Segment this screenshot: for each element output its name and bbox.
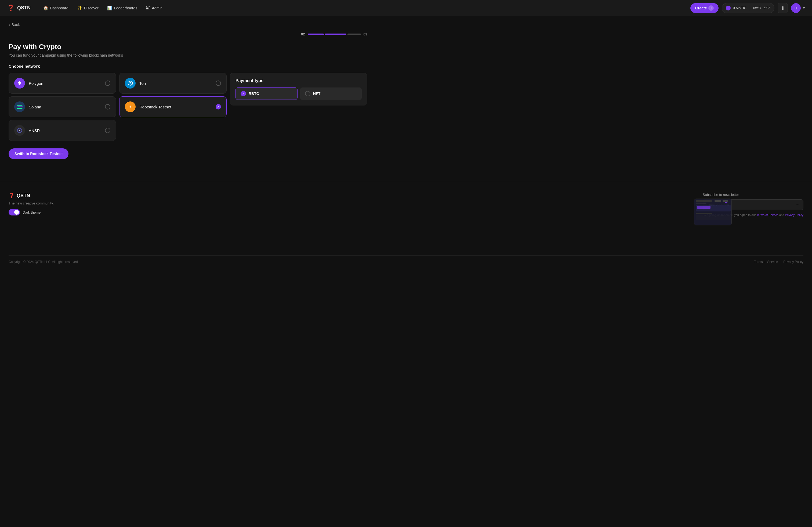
dark-theme-toggle[interactable] (9, 209, 20, 215)
solana-label: Solana (29, 105, 101, 109)
polygon-label: Polygon (29, 81, 101, 86)
svg-rect-10 (696, 200, 712, 202)
ton-label: Ton (139, 81, 212, 86)
polygon-radio[interactable] (105, 80, 110, 86)
payment-options: RBTC NFT (235, 88, 362, 100)
back-arrow-icon: ‹ (9, 22, 10, 27)
rbtc-radio[interactable] (241, 91, 246, 96)
nav-admin-label: Admin (152, 6, 162, 10)
back-label: Back (12, 22, 20, 27)
polygon-icon (14, 78, 25, 89)
svg-rect-0 (17, 105, 23, 106)
dashboard-icon: 🏠 (43, 5, 48, 11)
logo[interactable]: ❓ QSTN (6, 4, 31, 12)
rbtc-label: RBTC (249, 91, 259, 96)
privacy-link[interactable]: Privacy Policy (785, 213, 803, 216)
progress-seg-1 (308, 33, 324, 35)
svg-text:A: A (19, 130, 20, 132)
and-text: and (779, 213, 784, 216)
nav-dashboard[interactable]: 🏠 Dashboard (39, 3, 72, 13)
footer-brand: ❓ QSTN The new creative community. Dark … (9, 193, 692, 247)
wallet-separator (750, 5, 750, 11)
preview-overlay (694, 199, 732, 225)
solana-icon (14, 102, 25, 112)
nav-admin[interactable]: 🏛 Admin (142, 3, 166, 13)
logo-icon: ❓ (6, 4, 15, 12)
payment-option-nft[interactable]: NFT (300, 88, 362, 100)
footer-logo-icon: ❓ (9, 193, 14, 199)
progress-segments (308, 33, 361, 35)
footer-bottom: Copyright © 2024 QSTN LLC. All rights re… (9, 255, 803, 264)
wallet-address: 0xe8...ef85 (753, 6, 770, 10)
step-total: 03 (364, 32, 367, 36)
ansr-icon: A (14, 125, 25, 136)
nav-discover[interactable]: ✨ Discover (73, 3, 102, 13)
svg-rect-18 (723, 200, 728, 202)
wallet-dot-icon (726, 6, 731, 11)
rootstock-radio[interactable] (216, 104, 221, 109)
dark-theme-row: Dark theme (9, 209, 692, 215)
network-col-right: T Ton ₿ Rootstock Testnet (119, 73, 227, 117)
ansr-radio[interactable] (105, 128, 110, 133)
wallet-info[interactable]: 0 MATIC 0xe8...ef85 (722, 3, 774, 13)
footer: ❓ QSTN The new creative community. Dark … (0, 182, 812, 270)
discover-icon: ✨ (77, 5, 83, 11)
payment-option-rbtc[interactable]: RBTC (235, 88, 298, 100)
nav-discover-label: Discover (84, 6, 99, 10)
progress-seg-2 (325, 33, 346, 35)
terms-label: Terms of Service (756, 213, 779, 216)
dark-theme-label: Dark theme (23, 210, 41, 214)
footer-terms-link[interactable]: Terms of Service (754, 260, 778, 264)
progress-seg-3 (347, 33, 361, 35)
solana-radio[interactable] (105, 104, 110, 109)
email-submit-icon[interactable]: → (795, 202, 799, 207)
ton-radio[interactable] (216, 80, 221, 86)
admin-icon: 🏛 (146, 6, 150, 11)
terms-link[interactable]: Terms of Service (756, 213, 779, 216)
network-polygon[interactable]: Polygon (9, 73, 116, 94)
nft-radio[interactable] (305, 91, 310, 96)
upload-button[interactable]: ⬆ (778, 3, 788, 13)
switch-network-button[interactable]: Swith to Rootstock Testnet (9, 148, 69, 159)
network-ton[interactable]: T Ton (119, 73, 227, 94)
avatar: H (791, 3, 801, 13)
create-label: Create (695, 6, 707, 10)
rootstock-icon: ₿ (125, 102, 135, 112)
svg-rect-14 (696, 213, 712, 214)
rootstock-label: Rootstock Testnet (139, 105, 212, 109)
wallet-balance: 0 MATIC (733, 6, 746, 10)
svg-rect-11 (696, 202, 707, 204)
network-solana[interactable]: Solana (9, 96, 116, 117)
create-button[interactable]: Create + (690, 3, 719, 13)
avatar-letter: H (795, 6, 798, 10)
network-col-left: Polygon Solana A (9, 73, 116, 141)
avatar-button[interactable]: H ▼ (791, 3, 806, 13)
leaderboards-icon: 📊 (107, 5, 113, 11)
page-title: Pay with Crypto (9, 43, 367, 51)
toggle-knob (14, 210, 19, 215)
topbar: ❓ QSTN 🏠 Dashboard ✨ Discover 📊 Leaderbo… (0, 0, 812, 16)
network-ansr[interactable]: A ANSR (9, 120, 116, 141)
nav-dashboard-label: Dashboard (50, 6, 69, 10)
topbar-left: ❓ QSTN 🏠 Dashboard ✨ Discover 📊 Leaderbo… (6, 3, 166, 13)
nav-leaderboards[interactable]: 📊 Leaderboards (103, 3, 141, 13)
nav-leaderboards-label: Leaderboards (114, 6, 137, 10)
main-content: ‹ Back 02 03 Pay with Crypto You can fun… (0, 16, 376, 166)
upload-icon: ⬆ (781, 5, 785, 11)
nft-label: NFT (313, 91, 320, 96)
footer-logo: ❓ QSTN (9, 193, 692, 199)
logo-text: QSTN (17, 5, 31, 11)
svg-rect-2 (17, 108, 23, 109)
svg-text:T: T (129, 82, 131, 85)
footer-newsletter: Subscribe to newsletter → By signing up … (703, 193, 803, 247)
progress-bar: 02 03 (9, 32, 367, 36)
page-subtitle: You can fund your campaign using the fol… (9, 53, 367, 57)
back-button[interactable]: ‹ Back (9, 22, 367, 27)
footer-copyright: Copyright © 2024 QSTN LLC. All rights re… (9, 260, 78, 264)
ton-icon: T (125, 78, 135, 89)
network-rootstock[interactable]: ₿ Rootstock Testnet (119, 96, 227, 117)
svg-rect-13 (697, 206, 710, 209)
footer-logo-text: QSTN (17, 193, 30, 199)
footer-privacy-link[interactable]: Privacy Policy (783, 260, 803, 264)
footer-tagline: The new creative community. (9, 201, 692, 205)
